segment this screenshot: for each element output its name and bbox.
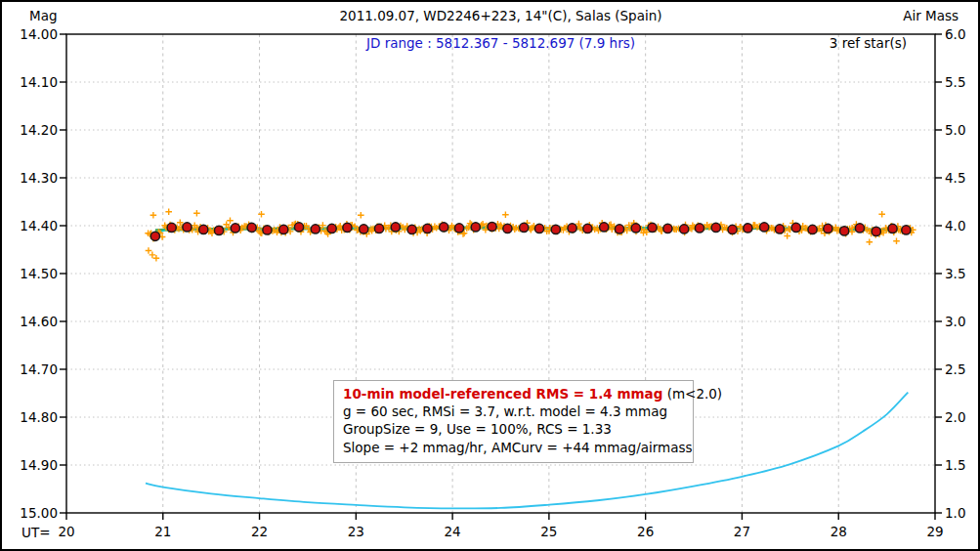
photometry-chart-window: Mag 2011.09.07, WD2246+223, 14"(C), Sala… [0, 0, 980, 551]
x-tick-label: 21 [154, 524, 171, 539]
y-right-tick-label: 4.5 [945, 170, 965, 186]
y-right-tick-label: 6.0 [945, 26, 965, 42]
plot-area: 14.0014.1014.2014.3014.4014.5014.6014.70… [2, 2, 980, 551]
y-left-tick-label: 14.70 [20, 361, 58, 377]
minute-data-markers [145, 209, 916, 262]
y-left-tick-label: 14.40 [20, 218, 58, 233]
stats-line-2: g = 60 sec, RMSi = 3.7, w.r.t. model = 4… [343, 403, 684, 420]
y-left-tick-label: 14.20 [20, 122, 58, 138]
y-right-tick-label: 3.0 [945, 314, 965, 329]
x-tick-label: 28 [831, 524, 847, 539]
stats-annotation-box: 10-min model-referenced RMS = 1.4 mmag (… [333, 380, 694, 463]
stats-line-4: Slope = +2 mmag/hr, AMCurv = +44 mmag/ai… [343, 439, 684, 456]
stats-line-3: GroupSize = 9, Use = 100%, RCS = 1.33 [343, 420, 684, 438]
y-right-tick-label: 4.0 [945, 218, 965, 233]
y-right-tick-label: 5.5 [945, 74, 965, 90]
y-left-tick-label: 14.00 [20, 26, 58, 42]
x-tick-label: 23 [348, 524, 364, 539]
stats-line-1: 10-min model-referenced RMS = 1.4 mmag (… [343, 385, 684, 403]
x-tick-label: 20 [58, 524, 74, 539]
y-left-tick-label: 15.00 [20, 505, 58, 521]
y-left-tick-label: 14.50 [20, 266, 58, 281]
rms-highlight-text: 10-min model-referenced RMS = 1.4 mmag [343, 386, 662, 402]
x-tick-label: 29 [926, 524, 943, 539]
x-tick-label: 26 [637, 524, 654, 539]
x-tick-label: 27 [734, 524, 750, 539]
y-left-tick-label: 14.10 [20, 74, 58, 90]
y-left-tick-label: 14.90 [20, 457, 58, 473]
y-right-tick-label: 2.0 [945, 409, 965, 425]
y-right-tick-label: 1.5 [945, 457, 965, 473]
rms-suffix-text: (m<2.0) [662, 386, 722, 402]
y-right-tick-label: 3.5 [945, 266, 965, 281]
y-right-tick-label: 1.0 [945, 505, 965, 521]
y-left-tick-label: 14.30 [20, 170, 58, 186]
y-right-tick-label: 2.5 [945, 361, 965, 377]
y-left-tick-label: 14.80 [20, 409, 58, 425]
x-tick-label: 24 [445, 524, 461, 539]
x-tick-label: 25 [540, 524, 557, 539]
x-tick-label: 22 [251, 524, 268, 539]
y-right-tick-label: 5.0 [945, 122, 965, 138]
y-left-tick-label: 14.60 [20, 314, 58, 329]
